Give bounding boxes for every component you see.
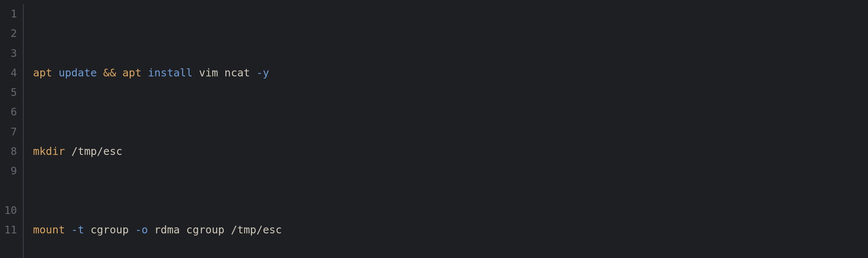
line-number: 2 <box>0 24 17 43</box>
token-cmd: mount <box>33 224 65 236</box>
code-line[interactable]: apt update && apt install vim ncat -y <box>33 63 868 83</box>
token-cmd: apt <box>122 67 142 79</box>
line-number: 6 <box>0 102 17 122</box>
token-path: /tmp/esc <box>71 145 122 157</box>
token-flag: -t <box>71 224 84 236</box>
token-path: /tmp/esc <box>231 224 282 236</box>
line-number: 3 <box>0 44 17 63</box>
token-flag: -o <box>135 224 148 236</box>
token-subcmd: update <box>58 67 97 79</box>
code-editor[interactable]: 1 2 3 4 5 6 7 8 9 10 11 apt update && ap… <box>0 0 868 258</box>
token-arg: cgroup <box>186 224 224 236</box>
code-line[interactable]: mkdir /tmp/esc <box>33 142 868 161</box>
line-number: 1 <box>0 4 17 24</box>
line-number: 5 <box>0 83 17 102</box>
code-area[interactable]: apt update && apt install vim ncat -y mk… <box>24 4 868 258</box>
token-subcmd: install <box>148 67 192 79</box>
token-arg: vim ncat <box>199 67 250 79</box>
token-cmd: mkdir <box>33 145 65 157</box>
code-line[interactable]: mount -t cgroup -o rdma cgroup /tmp/esc <box>33 220 868 240</box>
line-number-gutter: 1 2 3 4 5 6 7 8 9 10 11 <box>0 4 24 258</box>
line-number: 10 <box>0 201 17 220</box>
token-arg: cgroup <box>91 224 129 236</box>
token-operator: && <box>103 67 116 79</box>
token-flag: -y <box>256 67 269 79</box>
line-number: 9 <box>0 161 17 201</box>
line-number: 11 <box>0 220 17 240</box>
line-number: 8 <box>0 142 17 161</box>
line-number: 4 <box>0 63 17 83</box>
token-arg: rdma <box>154 224 180 236</box>
token-cmd: apt <box>33 67 52 79</box>
line-number: 7 <box>0 122 17 142</box>
